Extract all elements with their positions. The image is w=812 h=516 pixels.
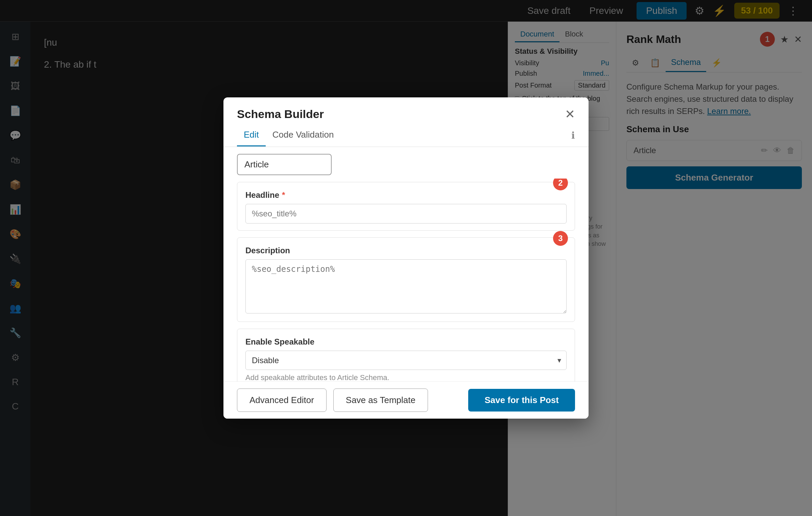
save-as-template-button[interactable]: Save as Template — [333, 389, 428, 412]
headline-required-marker: * — [282, 190, 285, 200]
modal-tab-list: Edit Code Validation — [237, 124, 340, 146]
enable-speakable-section: Enable Speakable Disable Enable Add spea… — [237, 329, 575, 381]
headline-input[interactable] — [245, 204, 567, 224]
headline-section: 2 Headline * — [237, 182, 575, 231]
speakable-select-wrapper: Disable Enable — [245, 351, 567, 370]
modal-close-button[interactable]: ✕ — [565, 108, 575, 120]
schema-builder-modal: Schema Builder ✕ Edit Code Validation ℹ … — [223, 97, 589, 419]
description-textarea[interactable] — [245, 259, 567, 313]
article-type-input[interactable] — [237, 154, 332, 175]
description-section: 3 Description — [237, 237, 575, 322]
modal-tab-edit[interactable]: Edit — [237, 124, 266, 146]
modal-tabs: Edit Code Validation ℹ — [223, 124, 589, 147]
description-step-badge: 3 — [553, 231, 568, 246]
article-type-header — [223, 147, 589, 179]
description-label: Description — [245, 246, 567, 255]
speakable-hint: Add speakable attributes to Article Sche… — [245, 373, 567, 381]
modal-info-icon[interactable]: ℹ — [571, 130, 575, 141]
headline-step-badge: 2 — [553, 179, 568, 190]
footer-left-buttons: Advanced Editor Save as Template — [237, 389, 428, 412]
speakable-select[interactable]: Disable Enable — [245, 351, 567, 370]
modal-body: 2 Headline * 3 Description Enable Speaka… — [223, 179, 589, 381]
modal-footer: Advanced Editor Save as Template Save fo… — [223, 381, 589, 419]
modal-header: Schema Builder ✕ — [223, 97, 589, 121]
save-for-post-button[interactable]: Save for this Post — [468, 389, 575, 412]
enable-speakable-label: Enable Speakable — [245, 337, 567, 347]
headline-label: Headline * — [245, 190, 567, 200]
modal-title: Schema Builder — [237, 108, 324, 121]
modal-tab-code-validation[interactable]: Code Validation — [266, 124, 341, 146]
advanced-editor-button[interactable]: Advanced Editor — [237, 389, 327, 412]
